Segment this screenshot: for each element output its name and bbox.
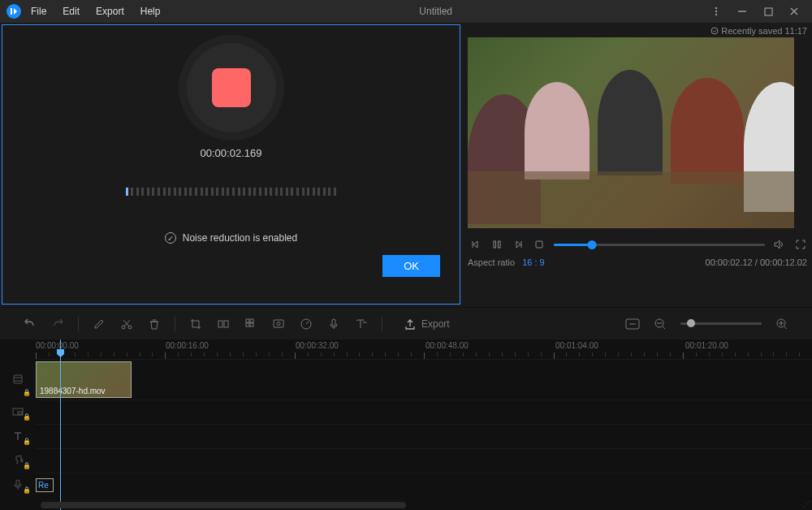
record-screen-icon[interactable]	[271, 317, 286, 331]
svg-rect-39	[18, 412, 22, 414]
prev-frame-button[interactable]	[469, 238, 482, 251]
edit-toolbar: Export	[0, 307, 812, 339]
video-track[interactable]: 19884307-hd.mov	[36, 359, 812, 400]
crop-icon[interactable]	[188, 317, 203, 331]
ruler-mark: 00:01:20.00	[685, 341, 728, 350]
fullscreen-icon[interactable]	[794, 238, 807, 251]
svg-rect-10	[494, 241, 496, 248]
pip-track[interactable]	[36, 400, 812, 424]
svg-rect-22	[274, 320, 283, 327]
text-track[interactable]	[36, 424, 812, 448]
svg-rect-11	[499, 241, 501, 248]
audio-level-meter	[126, 184, 337, 200]
svg-point-23	[277, 322, 280, 325]
ruler-mark: 00:00:48.00	[425, 341, 469, 350]
svg-rect-5	[765, 8, 772, 15]
ruler-mark: 00:01:04.00	[555, 341, 598, 350]
menu-export[interactable]: Export	[89, 6, 131, 17]
noise-reduction-label: Noise reduction is enabled	[183, 232, 297, 244]
svg-rect-35	[14, 375, 22, 383]
svg-point-3	[715, 14, 717, 15]
video-clip[interactable]: 19884307-hd.mov	[36, 361, 132, 398]
ruler-mark: 00:00:16.00	[166, 341, 209, 350]
timeline-ruler[interactable]: 00:00:00.0000:00:16.0000:00:32.0000:00:4…	[36, 339, 812, 359]
svg-rect-13	[536, 241, 542, 248]
window-title: Untitled	[170, 6, 702, 17]
svg-point-2	[715, 11, 717, 12]
redo-icon[interactable]	[50, 317, 65, 331]
app-logo-icon	[6, 4, 21, 19]
seek-bar[interactable]	[554, 244, 765, 246]
svg-point-8	[711, 28, 718, 34]
stop-button[interactable]	[533, 238, 546, 251]
playback-time: 00:00:02.12 / 00:00:12.02	[706, 257, 807, 267]
recording-dialog: 00:00:02.169 Noise reduction is enabled …	[2, 24, 460, 305]
aspect-ratio-value: 16 : 9	[522, 257, 545, 267]
stop-record-button[interactable]	[187, 43, 276, 132]
svg-rect-20	[246, 323, 249, 326]
undo-icon[interactable]	[23, 317, 37, 331]
ruler-mark: 00:00:00.00	[36, 341, 79, 350]
ok-button[interactable]: OK	[382, 255, 440, 277]
timeline: 🔒 🔒 🔒 🔒 🔒 00:00:00.0000:00:16.0000:00:32…	[0, 339, 812, 510]
track-text-label[interactable]: 🔒	[0, 424, 36, 448]
svg-line-34	[784, 326, 787, 329]
voiceover-icon[interactable]	[326, 317, 341, 331]
pause-button[interactable]	[490, 238, 503, 251]
track-pip-label[interactable]: 🔒	[0, 400, 36, 424]
speed-icon[interactable]	[299, 317, 313, 331]
zoom-slider[interactable]	[680, 322, 762, 325]
voiceover-track[interactable]: Re	[36, 473, 812, 497]
export-icon	[404, 318, 417, 331]
cut-icon[interactable]	[119, 317, 134, 331]
aspect-ratio-row[interactable]: Aspect ratio 16 : 9	[468, 257, 545, 267]
split-icon[interactable]	[216, 317, 231, 331]
svg-rect-25	[332, 319, 335, 326]
track-video-label[interactable]: 🔒	[0, 359, 36, 400]
horizontal-scrollbar[interactable]	[41, 502, 406, 508]
menu-help[interactable]: Help	[134, 6, 167, 17]
recording-time: 00:00:02.169	[201, 147, 262, 159]
noise-reduction-row: Noise reduction is enabled	[165, 232, 297, 244]
svg-line-30	[663, 326, 665, 329]
music-track[interactable]	[36, 448, 812, 473]
svg-rect-40	[16, 480, 19, 486]
menu-file[interactable]: File	[24, 6, 53, 17]
svg-rect-19	[250, 319, 253, 322]
zoom-out-icon[interactable]	[653, 317, 667, 331]
next-frame-button[interactable]	[512, 238, 525, 251]
voiceover-clip[interactable]: Re	[36, 478, 54, 492]
ruler-mark: 00:00:32.00	[296, 341, 339, 350]
edit-pen-icon[interactable]	[92, 317, 106, 331]
delete-icon[interactable]	[147, 317, 162, 331]
recently-saved-label: Recently saved 11:17	[468, 26, 807, 37]
resize-grip-icon[interactable]: ⋰	[802, 499, 810, 508]
export-button[interactable]: Export	[404, 318, 450, 331]
maximize-icon[interactable]	[757, 7, 780, 16]
menu-edit[interactable]: Edit	[56, 6, 86, 17]
svg-rect-17	[224, 321, 228, 327]
stop-icon	[212, 68, 251, 107]
track-music-label[interactable]: 🔒	[0, 448, 36, 473]
volume-icon[interactable]	[773, 238, 786, 251]
close-icon[interactable]	[783, 6, 806, 16]
more-icon[interactable]	[705, 6, 728, 17]
check-icon	[165, 232, 176, 244]
svg-point-1	[715, 7, 717, 9]
track-voiceover-label[interactable]: 🔒	[0, 473, 36, 497]
title-bar: File Edit Export Help Untitled	[0, 0, 812, 23]
svg-rect-18	[246, 319, 249, 322]
zoom-to-fit-icon[interactable]	[625, 317, 640, 331]
svg-rect-21	[250, 323, 253, 326]
svg-rect-0	[11, 8, 12, 15]
minimize-icon[interactable]	[731, 6, 754, 16]
playhead[interactable]	[60, 339, 61, 510]
svg-rect-16	[218, 321, 222, 327]
text-tool-icon[interactable]	[354, 317, 369, 331]
zoom-in-icon[interactable]	[775, 317, 789, 331]
mosaic-icon[interactable]	[244, 317, 258, 331]
preview-player[interactable]	[468, 37, 794, 228]
